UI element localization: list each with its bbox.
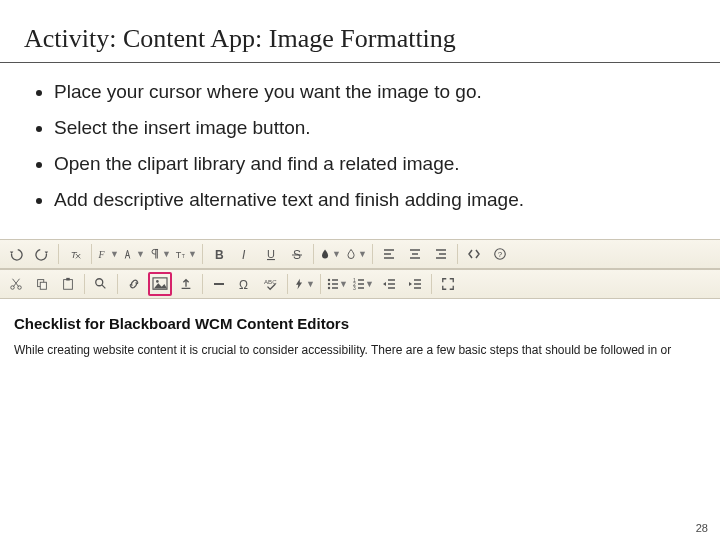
bullet-item: Add descriptive alternative text and fin… xyxy=(54,189,690,211)
svg-line-25 xyxy=(13,279,19,287)
slide: Activity: Content App: Image Formatting … xyxy=(0,0,720,540)
back-color-icon[interactable]: ▼ xyxy=(344,242,368,266)
editor-content-area: Checklist for Blackboard WCM Content Edi… xyxy=(0,299,720,389)
svg-text:T: T xyxy=(176,250,182,260)
separator xyxy=(84,274,85,294)
text-size-icon[interactable]: TT▼ xyxy=(174,242,198,266)
toolbar-row-2: Ω ABC ▼ ▼ 123▼ xyxy=(0,269,720,299)
find-icon[interactable] xyxy=(89,272,113,296)
separator xyxy=(202,244,203,264)
align-right-icon[interactable] xyxy=(429,242,453,266)
link-icon[interactable] xyxy=(122,272,146,296)
font-size-icon[interactable]: ▼ xyxy=(122,242,146,266)
editor-screenshot: T F▼ ▼ ▼ TT▼ B I U S ▼ ▼ ? xyxy=(0,239,720,389)
svg-point-30 xyxy=(96,279,103,286)
svg-text:B: B xyxy=(215,248,224,261)
indent-icon[interactable] xyxy=(403,272,427,296)
svg-point-33 xyxy=(156,280,159,283)
paste-icon[interactable] xyxy=(56,272,80,296)
text-color-icon[interactable]: ▼ xyxy=(318,242,342,266)
svg-rect-28 xyxy=(64,280,73,290)
clear-format-icon[interactable]: T xyxy=(63,242,87,266)
italic-icon[interactable]: I xyxy=(233,242,257,266)
cut-icon[interactable] xyxy=(4,272,28,296)
svg-text:I: I xyxy=(242,248,246,261)
bullet-item: Place your cursor where you want the ima… xyxy=(54,81,690,103)
bullet-item: Select the insert image button. xyxy=(54,117,690,139)
insert-line-icon[interactable] xyxy=(207,272,231,296)
separator xyxy=(431,274,432,294)
svg-text:F: F xyxy=(98,249,106,260)
spellcheck-icon[interactable]: ABC xyxy=(259,272,283,296)
separator xyxy=(313,244,314,264)
underline-icon[interactable]: U xyxy=(259,242,283,266)
slide-title: Activity: Content App: Image Formatting xyxy=(0,0,720,63)
copy-icon[interactable] xyxy=(30,272,54,296)
svg-text:?: ? xyxy=(498,250,503,259)
page-number: 28 xyxy=(696,522,708,534)
separator xyxy=(320,274,321,294)
svg-line-31 xyxy=(102,285,106,289)
align-left-icon[interactable] xyxy=(377,242,401,266)
svg-point-39 xyxy=(328,287,330,289)
svg-point-38 xyxy=(328,283,330,285)
flash-icon[interactable]: ▼ xyxy=(292,272,316,296)
fade-overlay xyxy=(0,458,720,518)
toolbar-row-1: T F▼ ▼ ▼ TT▼ B I U S ▼ ▼ ? xyxy=(0,239,720,269)
undo-icon[interactable] xyxy=(4,242,28,266)
separator xyxy=(117,274,118,294)
svg-rect-29 xyxy=(66,278,70,281)
separator xyxy=(202,274,203,294)
separator xyxy=(372,244,373,264)
svg-rect-27 xyxy=(40,282,46,289)
insert-image-icon[interactable] xyxy=(148,272,172,296)
bullet-item: Open the clipart library and find a rela… xyxy=(54,153,690,175)
special-char-icon[interactable]: Ω xyxy=(233,272,257,296)
separator xyxy=(58,244,59,264)
separator xyxy=(457,244,458,264)
svg-line-24 xyxy=(13,279,19,287)
strike-icon[interactable]: S xyxy=(285,242,309,266)
svg-text:3: 3 xyxy=(353,285,356,291)
upload-icon[interactable] xyxy=(174,272,198,296)
bold-icon[interactable]: B xyxy=(207,242,231,266)
doc-heading: Checklist for Blackboard WCM Content Edi… xyxy=(14,315,706,332)
svg-text:T: T xyxy=(182,253,186,259)
doc-paragraph: While creating website content it is cru… xyxy=(14,342,706,358)
bullet-list-icon[interactable]: ▼ xyxy=(325,272,349,296)
redo-icon[interactable] xyxy=(30,242,54,266)
bullet-list: Place your cursor where you want the ima… xyxy=(0,63,720,233)
fullscreen-icon[interactable] xyxy=(436,272,460,296)
separator xyxy=(287,274,288,294)
code-view-icon[interactable] xyxy=(462,242,486,266)
paragraph-icon[interactable]: ▼ xyxy=(148,242,172,266)
svg-text:Ω: Ω xyxy=(239,278,248,291)
align-center-icon[interactable] xyxy=(403,242,427,266)
separator xyxy=(91,244,92,264)
font-family-icon[interactable]: F▼ xyxy=(96,242,120,266)
outdent-icon[interactable] xyxy=(377,272,401,296)
help-icon[interactable]: ? xyxy=(488,242,512,266)
svg-text:U: U xyxy=(267,248,275,260)
svg-point-37 xyxy=(328,279,330,281)
number-list-icon[interactable]: 123▼ xyxy=(351,272,375,296)
